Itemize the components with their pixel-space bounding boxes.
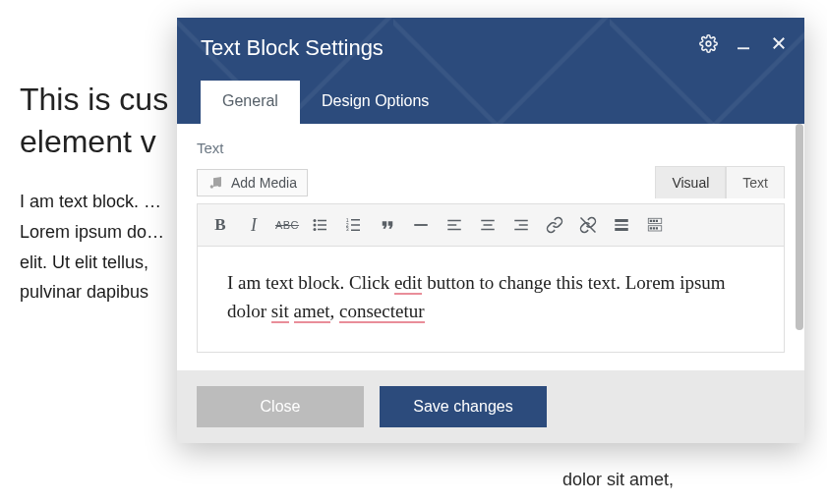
bulleted-list-button[interactable] [306, 210, 335, 240]
gear-icon[interactable] [698, 33, 718, 53]
modal-header: Text Block Settings General [177, 18, 804, 124]
toolbar-toggle-button[interactable] [640, 210, 670, 240]
editor-mode-tabs: Visual Text [655, 166, 785, 198]
spellcheck-word: consectetur [339, 301, 425, 323]
svg-rect-31 [615, 228, 628, 231]
modal-footer: Close Save changes [177, 370, 804, 443]
content-text: I am text block. Click [227, 272, 394, 293]
italic-button[interactable]: I [239, 210, 268, 240]
mode-tab-text[interactable]: Text [726, 166, 785, 198]
svg-rect-13 [351, 219, 360, 221]
link-button[interactable] [540, 210, 569, 240]
editor-content-area[interactable]: I am text block. Click edit button to ch… [197, 247, 785, 353]
svg-rect-37 [650, 227, 652, 229]
svg-text:3: 3 [346, 226, 349, 232]
minimize-icon[interactable] [734, 33, 753, 53]
svg-rect-35 [656, 220, 658, 222]
svg-point-8 [314, 224, 317, 227]
bold-button[interactable]: B [206, 210, 235, 240]
svg-point-0 [706, 41, 711, 46]
editor-toolbar: B I ABC 123 [197, 203, 785, 247]
add-media-label: Add Media [231, 175, 297, 191]
editor-top-row: Add Media Visual Text [197, 166, 785, 198]
tab-general[interactable]: General [201, 81, 300, 124]
content-text [289, 301, 294, 321]
media-icon [207, 175, 223, 191]
svg-point-10 [314, 228, 317, 231]
svg-point-4 [210, 185, 213, 188]
spellcheck-word: sit [271, 301, 289, 323]
blockquote-button[interactable] [373, 210, 402, 240]
svg-point-6 [314, 219, 317, 222]
read-more-button[interactable] [607, 210, 636, 240]
align-right-button[interactable] [506, 210, 536, 240]
content-text: , [330, 301, 340, 321]
modal-body: Text Add Media Visual Text B I ABC [177, 124, 804, 370]
svg-rect-15 [351, 224, 360, 226]
svg-rect-38 [653, 227, 655, 229]
modal-title: Text Block Settings [201, 35, 781, 61]
svg-rect-33 [650, 220, 652, 222]
align-left-button[interactable] [440, 210, 469, 240]
numbered-list-button[interactable]: 123 [339, 210, 369, 240]
svg-rect-17 [351, 230, 360, 232]
page-heading-line: This is cus [20, 82, 168, 117]
mode-tab-visual[interactable]: Visual [655, 166, 726, 198]
scrollbar[interactable] [796, 124, 803, 370]
field-label-text: Text [197, 140, 785, 156]
svg-rect-11 [318, 229, 326, 231]
strikethrough-button[interactable]: ABC [272, 210, 302, 240]
horizontal-rule-button[interactable] [406, 210, 436, 240]
scrollbar-thumb[interactable] [796, 124, 803, 330]
svg-point-5 [218, 184, 221, 187]
add-media-button[interactable]: Add Media [197, 169, 308, 196]
svg-rect-30 [615, 224, 628, 226]
page-heading-line: element v [20, 124, 156, 159]
close-button[interactable]: Close [197, 386, 364, 427]
svg-rect-9 [318, 224, 326, 226]
spellcheck-word: amet [294, 301, 330, 323]
modal-tabs: General Design Options [201, 81, 781, 124]
unlink-button[interactable] [573, 210, 603, 240]
paragraph-line: I am text block. … [20, 192, 161, 211]
save-changes-button[interactable]: Save changes [380, 386, 547, 427]
spellcheck-word: edit [394, 272, 423, 295]
background-bottom-text: dolor sit amet, [562, 470, 674, 490]
svg-rect-7 [318, 220, 326, 222]
window-controls [698, 33, 789, 53]
align-center-button[interactable] [473, 210, 502, 240]
content-text: button to change this [422, 272, 583, 293]
text-block-settings-modal: Text Block Settings General [177, 18, 804, 443]
svg-rect-29 [615, 219, 628, 222]
svg-rect-39 [656, 227, 658, 229]
close-icon[interactable] [769, 33, 789, 53]
paragraph-line: Lorem ipsum do… [20, 222, 164, 242]
tab-design-options[interactable]: Design Options [300, 81, 450, 124]
paragraph-line: elit. Ut elit tellus, [20, 252, 148, 272]
paragraph-line: pulvinar dapibus [20, 282, 148, 302]
svg-rect-34 [653, 220, 655, 222]
